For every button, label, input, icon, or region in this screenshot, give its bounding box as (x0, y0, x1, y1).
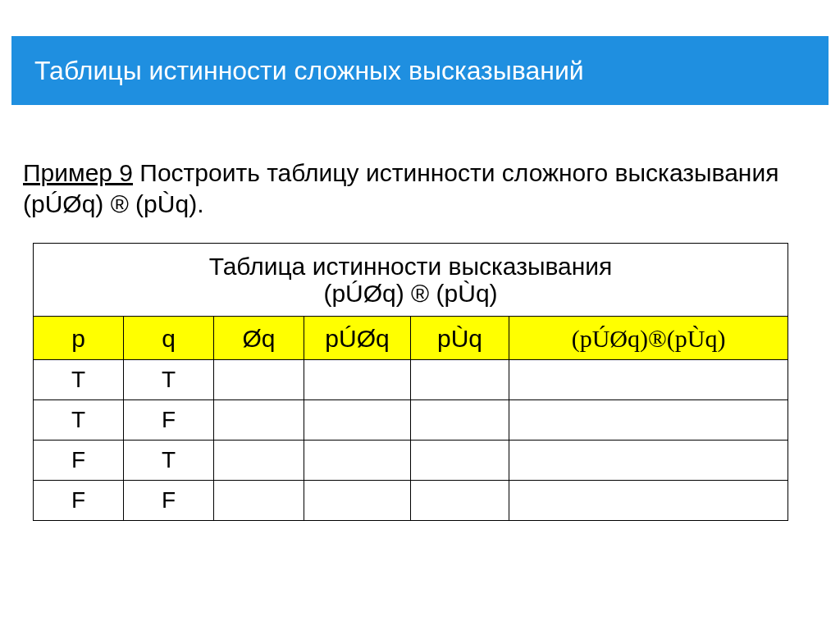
cell-p-or-notq (304, 481, 411, 521)
cell-q: T (124, 441, 214, 481)
cell-not-q (214, 400, 304, 441)
cell-not-q (214, 481, 304, 521)
cell-p: F (34, 441, 124, 481)
slide: Таблицы истинности сложных высказываний … (0, 0, 840, 630)
cell-not-q (214, 360, 304, 400)
cell-not-q (214, 441, 304, 481)
cell-q: F (124, 400, 214, 441)
table-header-row: p q Øq pÚØq pÙq (pÚØq)®(pÙq) (34, 317, 788, 360)
truth-table: Таблица истинности высказывания (pÚØq) ®… (33, 243, 788, 521)
table-row: T T (34, 360, 788, 400)
cell-q: F (124, 481, 214, 521)
cell-final (509, 441, 788, 481)
col-header-final: (pÚØq)®(pÙq) (509, 317, 788, 360)
cell-p-or-notq (304, 400, 411, 441)
cell-final (509, 481, 788, 521)
cell-p: F (34, 481, 124, 521)
table-row: F F (34, 481, 788, 521)
cell-p-and-q (411, 360, 509, 400)
table-row: T F (34, 400, 788, 441)
table-caption-row: Таблица истинности высказывания (pÚØq) ®… (34, 244, 788, 317)
table-caption: Таблица истинности высказывания (pÚØq) ®… (34, 244, 788, 317)
slide-title: Таблицы истинности сложных высказываний (34, 56, 584, 86)
example-text: Пример 9 Построить таблицу истинности сл… (23, 158, 802, 219)
cell-final (509, 400, 788, 441)
col-header-p-or-notq: pÚØq (304, 317, 411, 360)
example-body: Построить таблицу истинности сложного вы… (133, 159, 778, 186)
title-bar: Таблицы истинности сложных высказываний (11, 36, 829, 105)
example-label: Пример 9 (23, 159, 133, 186)
cell-p-and-q (411, 441, 509, 481)
example-formula: (pÚØq) ® (pÙq). (23, 190, 203, 217)
col-header-q: q (124, 317, 214, 360)
cell-final (509, 360, 788, 400)
cell-p: T (34, 360, 124, 400)
col-header-p: p (34, 317, 124, 360)
cell-p-or-notq (304, 360, 411, 400)
table-row: F T (34, 441, 788, 481)
col-header-not-q: Øq (214, 317, 304, 360)
col-header-p-and-q: pÙq (411, 317, 509, 360)
cell-p-or-notq (304, 441, 411, 481)
table-caption-line2: (pÚØq) ® (pÙq) (39, 280, 783, 307)
cell-p: T (34, 400, 124, 441)
table-caption-line1: Таблица истинности высказывания (39, 253, 783, 280)
cell-p-and-q (411, 481, 509, 521)
truth-table-container: Таблица истинности высказывания (pÚØq) ®… (33, 243, 788, 521)
cell-q: T (124, 360, 214, 400)
cell-p-and-q (411, 400, 509, 441)
